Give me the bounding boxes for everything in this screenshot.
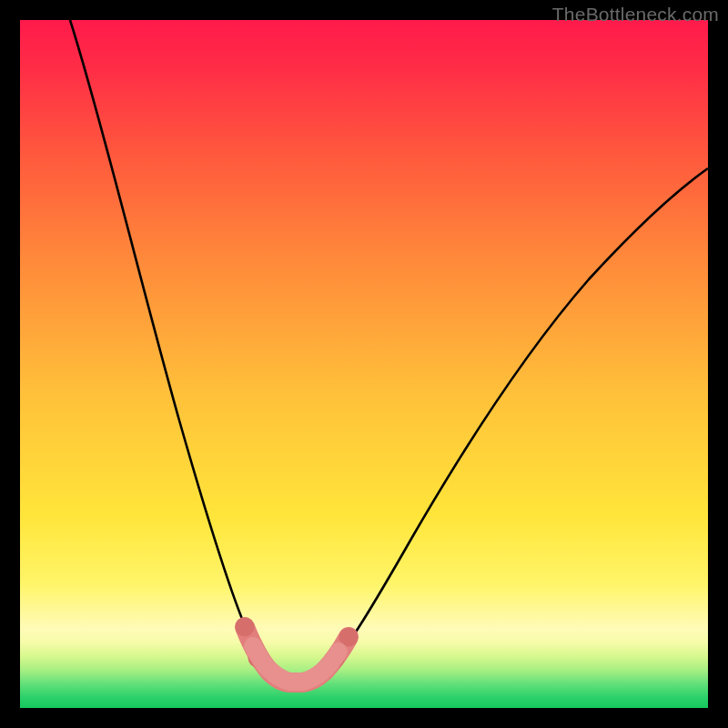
watermark-text: TheBottleneck.com bbox=[552, 4, 719, 25]
chart-frame: { "watermark": "TheBottleneck.com", "col… bbox=[0, 0, 728, 728]
gradient-background bbox=[20, 20, 708, 708]
chart-svg bbox=[20, 20, 708, 708]
plot-area bbox=[20, 20, 708, 708]
trough-dot-left bbox=[236, 618, 255, 637]
